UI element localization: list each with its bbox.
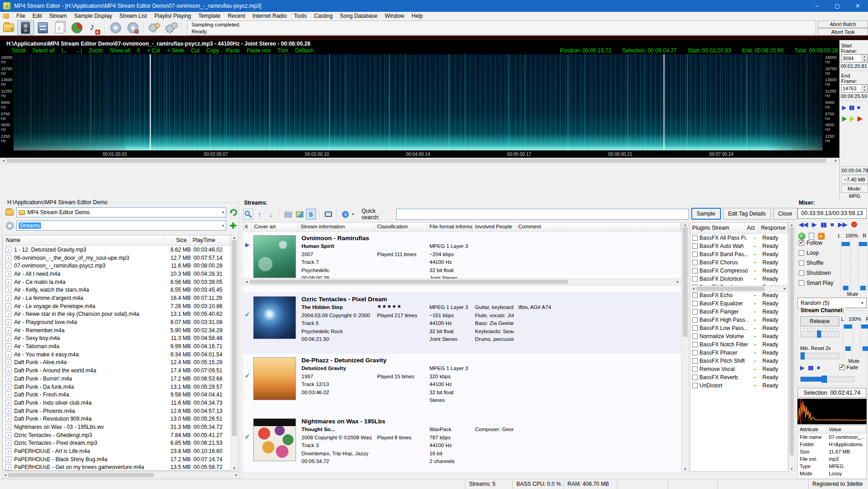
scrollbar-thumb[interactable] xyxy=(6,159,826,163)
attribute-row[interactable]: Folder H:\Applications. xyxy=(798,441,866,448)
plugin-checkbox[interactable] xyxy=(692,252,698,257)
column-header-attribute[interactable]: Attribute xyxy=(798,426,827,433)
file-row[interactable]: ♪ Nightmares on Wax - 03 - 195Lbs.wv 31.… xyxy=(3,423,238,431)
cover-art[interactable] xyxy=(253,296,296,339)
scroll-right-arrow[interactable]: ► xyxy=(675,279,681,284)
column-header-format[interactable]: File format information xyxy=(427,223,473,231)
menu-item[interactable]: File xyxy=(13,12,29,20)
plugin-row[interactable]: BassFX Phaser - Ready xyxy=(690,349,788,357)
column-header-value[interactable]: Value xyxy=(827,426,866,433)
column-header-x[interactable]: X xyxy=(244,223,252,231)
plugin-checkbox[interactable] xyxy=(692,268,698,273)
scroll-down-arrow[interactable]: ▼ xyxy=(684,467,687,471)
stream-view-button[interactable]: S xyxy=(306,209,316,220)
plugin-row[interactable]: BassFX High Pass... - Ready xyxy=(690,316,788,324)
fade-option[interactable]: Fade xyxy=(839,365,858,370)
spectrogram-menu-item[interactable]: |← xyxy=(61,47,68,54)
spectrogram-menu-item[interactable]: Copy xyxy=(206,47,219,54)
close-button[interactable]: ✕ xyxy=(848,0,868,12)
stream-row[interactable]: ✓ De-Phazz - Detunized Gravity Detunized… xyxy=(243,354,681,415)
channel-slider-right[interactable] xyxy=(860,324,868,357)
play-mode-combobox[interactable]: Random (5) ▾ xyxy=(797,298,867,308)
column-header-info[interactable]: Stream information xyxy=(298,223,375,231)
details-view-button[interactable] xyxy=(283,209,293,220)
menu-item[interactable]: Template xyxy=(194,12,224,20)
release-button[interactable]: Release xyxy=(800,316,839,326)
plugin-checkbox[interactable] xyxy=(692,293,698,298)
minimize-button[interactable]: – xyxy=(807,0,827,12)
abort-task-button[interactable]: Abort Task xyxy=(818,28,868,36)
cover-art[interactable] xyxy=(253,418,296,461)
spectrogram-menu-item[interactable]: Deflash xyxy=(295,47,314,54)
option-row[interactable]: Smart Play xyxy=(799,279,833,286)
record-icon[interactable] xyxy=(851,221,857,227)
file-row[interactable]: ♪ PaPERHOUsE - Black Shiny Bug.m4a 17.2 … xyxy=(3,455,238,463)
mdi-child-icon[interactable] xyxy=(3,13,9,19)
plugin-row[interactable]: BassFX Pitch Shift - Ready xyxy=(690,357,788,365)
selection-waveform[interactable] xyxy=(797,399,867,424)
file-row[interactable]: ♪ Daft Punk - Da funk.m4a 13.1 MB 00:05:… xyxy=(3,383,238,391)
option-checkbox[interactable] xyxy=(799,250,804,256)
streams-hscrollbar[interactable]: ◄ ► xyxy=(243,278,681,285)
file-list-hscrollbar[interactable]: ◄ ► xyxy=(2,472,240,479)
fast-forward-icon[interactable]: ▶▶ xyxy=(838,221,847,228)
release-slider[interactable] xyxy=(800,331,839,337)
plugin-checkbox[interactable] xyxy=(692,243,698,249)
plugin-row[interactable]: BassFX Auto Wah - Ready xyxy=(690,242,788,250)
file-row[interactable]: ♪ Daft Punk - Phoenix.m4a 12.6 MB 00:04:… xyxy=(3,407,238,415)
position-strip[interactable] xyxy=(0,36,868,40)
menu-item[interactable]: Stream xyxy=(46,12,71,20)
plugin-row[interactable]: BassFX Low Pass... - Ready xyxy=(690,324,788,332)
cover-art[interactable] xyxy=(253,357,296,400)
scrollbar-thumb[interactable] xyxy=(250,280,568,284)
attribute-row[interactable]: Type MPEG xyxy=(798,463,866,470)
plugins-vscrollbar[interactable]: ▲ ▼ xyxy=(788,222,795,472)
file-row[interactable]: ♪ Daft Punk - Burnin'.m4a 17.2 MB 00:06:… xyxy=(3,375,238,383)
abort-batch-button[interactable]: Abort Batch xyxy=(818,21,868,28)
spinner-arrows[interactable]: ▲▼ xyxy=(861,85,867,92)
spectrogram-canvas[interactable] xyxy=(14,54,822,150)
option-row[interactable]: Shuffle xyxy=(799,259,833,266)
spectrogram-menu-item[interactable]: + Seek xyxy=(167,47,184,54)
plugin-row[interactable]: BassFX Compressor - Ready xyxy=(690,267,788,275)
file-row[interactable]: ♪ Daft Punk - Revolution 909.m4a 13.0 MB… xyxy=(3,415,238,423)
scroll-left-arrow[interactable]: ◄ xyxy=(2,473,8,478)
file-row[interactable]: ♪ Daft Punk - Indo silver club.m4a 11.6 … xyxy=(3,399,238,407)
cd-record-button[interactable] xyxy=(124,21,142,35)
spectrogram-menu-item[interactable]: Trim xyxy=(277,47,288,54)
stop-icon[interactable]: ■ xyxy=(857,104,860,111)
scroll-down-arrow[interactable]: ▼ xyxy=(790,467,794,471)
menu-item[interactable]: Internet Radio xyxy=(249,12,290,20)
column-header-act[interactable]: Act xyxy=(745,223,759,233)
start-frame-spinner[interactable]: 3094 ▲▼ xyxy=(841,54,868,62)
selection-end-marker[interactable] xyxy=(664,54,664,150)
column-header-playtime[interactable]: PlayTime xyxy=(190,236,230,245)
file-row[interactable]: ♪ 1 - 12. Detunized Gravity.mp3 8.62 MB … xyxy=(3,246,238,254)
plugin-checkbox[interactable] xyxy=(692,342,698,347)
option-checkbox[interactable] xyxy=(799,280,804,286)
file-row[interactable]: ♪ PaPERHOUsE - Get on my knees gameovert… xyxy=(3,463,238,471)
file-row[interactable]: ♪ Air - You make it easy.m4a 9.34 MB 00:… xyxy=(3,350,238,359)
attribute-row[interactable]: Mode Lossy xyxy=(798,470,866,477)
add-note-button[interactable] xyxy=(86,21,103,35)
column-header-comment[interactable]: Comment xyxy=(516,223,681,231)
menu-item[interactable]: Edit xyxy=(29,12,46,20)
column-header-size[interactable]: Size xyxy=(163,236,190,245)
option-row[interactable]: Follow xyxy=(799,239,833,246)
file-row[interactable]: ♪ Air - Playground love.m4a 8.07 MB 00:0… xyxy=(3,318,238,326)
plugin-checkbox[interactable] xyxy=(692,301,698,306)
menu-item[interactable]: Sample Display xyxy=(71,12,116,20)
scroll-left-arrow[interactable]: ◄ xyxy=(0,158,6,163)
spectrogram-menu-item[interactable]: Select all xyxy=(32,47,55,54)
scrollbar-thumb[interactable] xyxy=(232,240,237,436)
edit-tag-details-button[interactable]: Edit Tag Details xyxy=(723,208,771,220)
chevron-down-icon[interactable]: ▾ xyxy=(222,210,224,215)
plugin-checkbox[interactable] xyxy=(692,334,698,339)
column-header-name[interactable]: Name xyxy=(3,236,163,245)
chevron-down-icon[interactable]: ▾ xyxy=(222,223,224,228)
menu-item[interactable]: Stream List xyxy=(116,12,151,20)
folder-search-icon[interactable] xyxy=(5,207,15,217)
plugin-checkbox[interactable] xyxy=(692,358,698,364)
option-row[interactable]: Shutdown xyxy=(799,269,833,276)
plugin-row[interactable]: BassFX All Pass Fi... - Ready xyxy=(690,234,788,242)
